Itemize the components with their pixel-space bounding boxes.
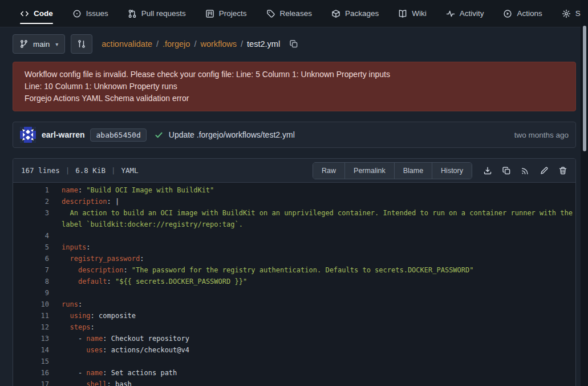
line-number[interactable]: 12 [13, 321, 49, 333]
line-number[interactable]: 14 [13, 344, 49, 356]
compare-button[interactable] [71, 34, 92, 54]
error-line: Workflow config file is invalid. Please … [25, 69, 564, 81]
scrollbar-track[interactable] [581, 0, 588, 386]
tab-label: Projects [219, 9, 247, 18]
history-button[interactable]: History [432, 163, 472, 179]
tab-releases[interactable]: Releases [266, 0, 312, 27]
line-number[interactable]: 16 [13, 367, 49, 379]
file-stats: 167 lines | 6.8 KiB | YAML [21, 166, 139, 175]
line-number[interactable]: 11 [13, 310, 49, 321]
tab-packages[interactable]: Packages [331, 0, 379, 27]
activity-icon [446, 9, 455, 18]
rss-icon[interactable] [521, 166, 530, 175]
tab-wiki[interactable]: Wiki [398, 0, 427, 27]
tab-label: Pull requests [141, 9, 186, 18]
code-text: steps: [49, 321, 575, 333]
code-text [49, 287, 575, 299]
file-view-buttons: RawPermalinkBlameHistory [313, 162, 472, 179]
edit-icon[interactable] [540, 166, 549, 175]
line-number[interactable]: 17 [13, 379, 49, 386]
line-number[interactable]: 2 [13, 196, 49, 207]
line-number[interactable]: 9 [13, 287, 49, 299]
projects-icon [205, 9, 214, 18]
settings-icon [562, 9, 571, 18]
nav-tabs: CodeIssuesPull requestsProjectsReleasesP… [20, 0, 588, 27]
line-number[interactable]: 5 [13, 242, 49, 253]
code-line: 2description: | [13, 196, 575, 207]
commit-author[interactable]: earl-warren [42, 130, 84, 139]
error-banner: Workflow config file is invalid. Please … [13, 62, 576, 111]
blame-button[interactable]: Blame [395, 163, 432, 179]
file-line-count: 167 lines [21, 166, 60, 175]
package-icon [331, 9, 340, 18]
file-header: 167 lines | 6.8 KiB | YAML RawPermalinkB… [13, 159, 575, 183]
code-line: 9 [13, 287, 575, 299]
breadcrumb-workflows[interactable]: workflows [200, 39, 237, 49]
avatar[interactable] [20, 127, 36, 143]
code-text: name: "Build OCI Image with BuildKit" [49, 184, 575, 196]
file-icon-actions [483, 166, 567, 175]
code-line: 17 shell: bash [13, 379, 575, 386]
code-text: default: "${{ secrets.DOCKER_PASSWORD }}… [49, 276, 575, 287]
line-number[interactable]: 15 [13, 356, 49, 367]
code-text: description: | [49, 196, 575, 207]
breadcrumb-actionvalidate[interactable]: actionvalidate [102, 39, 152, 49]
code-line: 15 [13, 356, 575, 367]
tab-issues[interactable]: Issues [72, 0, 108, 27]
code-text: runs: [49, 299, 575, 310]
tab-label: Issues [86, 9, 108, 18]
commit-time: two months ago [514, 131, 569, 139]
raw-button[interactable]: Raw [313, 163, 345, 179]
code-line: 10runs: [13, 299, 575, 310]
breadcrumb: actionvalidate/.forgejo/workflows/test2.… [102, 39, 280, 49]
code-line: 3 An action to build an OCI image with B… [13, 207, 575, 230]
code-line: 6 registry_password: [13, 253, 575, 264]
breadcrumb--forgejo[interactable]: .forgejo [163, 39, 190, 49]
tab-label: Activity [460, 9, 484, 18]
commit-message[interactable]: Update .forgejo/workflows/test2.yml [169, 130, 295, 139]
chevron-down-icon: ▾ [55, 41, 58, 47]
file-view: 167 lines | 6.8 KiB | YAML RawPermalinkB… [13, 158, 576, 386]
scrollbar-thumb[interactable] [583, 26, 586, 151]
stat-separator: | [66, 166, 70, 175]
tab-code[interactable]: Code [20, 0, 53, 27]
copy-path-icon[interactable] [289, 39, 298, 49]
download-icon[interactable] [483, 166, 492, 175]
code-text [49, 230, 575, 242]
tab-actions[interactable]: Actions [503, 0, 542, 27]
line-number[interactable]: 3 [13, 207, 49, 230]
line-number[interactable]: 6 [13, 253, 49, 264]
copy-icon[interactable] [502, 166, 511, 175]
line-number[interactable]: 10 [13, 299, 49, 310]
line-number[interactable]: 8 [13, 276, 49, 287]
commit-status-check-icon[interactable] [155, 131, 163, 139]
line-number[interactable]: 4 [13, 230, 49, 242]
code-text: uses: actions/checkout@v4 [49, 344, 575, 356]
delete-icon[interactable] [558, 166, 567, 175]
book-icon [398, 9, 407, 18]
breadcrumb-test2-yml: test2.yml [247, 39, 280, 49]
tab-activity[interactable]: Activity [446, 0, 484, 27]
line-number[interactable]: 7 [13, 264, 49, 276]
code-line: 14 uses: actions/checkout@v4 [13, 344, 575, 356]
permalink-button[interactable]: Permalink [345, 163, 395, 179]
tab-label: Releases [280, 9, 312, 18]
tab-label: Packages [345, 9, 379, 18]
breadcrumb-row: main ▾ actionvalidate/.forgejo/workflows… [13, 34, 576, 54]
latest-commit: earl-warren abab65450d Update .forgejo/w… [13, 122, 576, 148]
line-number[interactable]: 13 [13, 333, 49, 344]
commit-sha-badge[interactable]: abab65450d [90, 128, 146, 142]
tab-projects[interactable]: Projects [205, 0, 247, 27]
code-text: - name: Checkout repository [49, 333, 575, 344]
code-lines: 1name: "Build OCI Image with BuildKit"2d… [13, 183, 575, 386]
branch-name: main [33, 40, 50, 49]
tab-pull-requests[interactable]: Pull requests [128, 0, 186, 27]
code-line: 12 steps: [13, 321, 575, 333]
code-line: 13 - name: Checkout repository [13, 333, 575, 344]
line-number[interactable]: 1 [13, 184, 49, 196]
code-icon [20, 9, 29, 18]
code-text: description: "The password for the regis… [49, 264, 575, 276]
branch-selector[interactable]: main ▾ [13, 34, 65, 54]
code-line: 7 description: "The password for the reg… [13, 264, 575, 276]
tag-icon [266, 9, 275, 18]
